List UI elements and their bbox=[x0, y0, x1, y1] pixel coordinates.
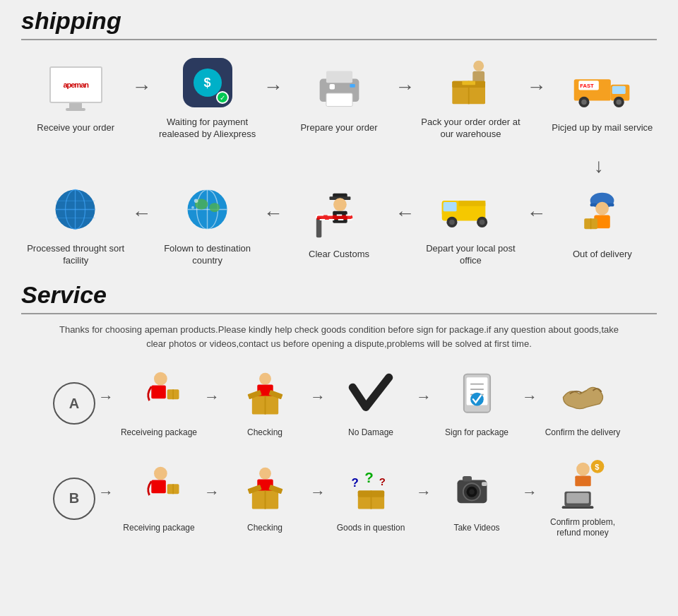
svg-point-33 bbox=[480, 220, 485, 225]
arrow-b1: → bbox=[204, 483, 220, 502]
take-videos-label: Take Videos bbox=[453, 523, 499, 534]
arrow-8: ← bbox=[131, 202, 151, 225]
service-step-take-videos: Take Videos bbox=[434, 464, 519, 534]
svg-rect-39 bbox=[316, 215, 352, 220]
step-follow: Folown to destination country bbox=[153, 181, 261, 267]
checking-b-icon bbox=[237, 464, 293, 517]
pickup-label: Picjed up by mail service bbox=[552, 122, 653, 134]
pack-icon bbox=[439, 54, 502, 111]
take-videos-icon bbox=[448, 464, 505, 517]
svg-text:$: $ bbox=[595, 463, 600, 471]
svg-text:?: ? bbox=[364, 469, 374, 485]
service-section: Service Thanks for choosing apeman produ… bbox=[21, 281, 657, 539]
shipping-row2: Out of delivery ← bbox=[21, 181, 657, 267]
arrow-a1: → bbox=[204, 388, 220, 406]
step-pickup: FAST Picjed up by mail service bbox=[548, 60, 657, 134]
svg-point-55 bbox=[154, 372, 167, 386]
no-damage-icon bbox=[343, 369, 399, 422]
prepare-icon bbox=[307, 60, 371, 117]
svg-rect-10 bbox=[463, 81, 476, 85]
service-step-confirm-problem: $ Confirm problem, refund money bbox=[540, 458, 625, 539]
depart-icon bbox=[439, 181, 502, 237]
confirm-problem-label: Confirm problem, refund money bbox=[540, 517, 625, 539]
svg-point-90 bbox=[469, 490, 474, 494]
processed-label: Processed throught sort facility bbox=[21, 243, 130, 267]
arrow-a3: → bbox=[416, 388, 432, 406]
follow-icon bbox=[176, 181, 239, 237]
follow-label: Folown to destination country bbox=[153, 243, 261, 267]
shipping-section: shipping apeman Receive your order → bbox=[21, 7, 657, 267]
sign-pkg-icon bbox=[448, 369, 505, 422]
checking-a-label: Checking bbox=[247, 427, 282, 439]
svg-point-93 bbox=[576, 463, 590, 476]
down-arrow: ↓ bbox=[594, 155, 604, 177]
arrow-b2: → bbox=[310, 483, 326, 502]
page-container: shipping apeman Receive your order → bbox=[0, 0, 678, 574]
svg-point-36 bbox=[333, 198, 347, 211]
arrow-a0: → bbox=[98, 388, 114, 406]
arrow-1: → bbox=[131, 76, 151, 98]
svg-text:?: ? bbox=[351, 476, 358, 490]
svg-point-48 bbox=[191, 206, 194, 209]
arrow-b4: → bbox=[522, 483, 537, 502]
svg-rect-92 bbox=[482, 482, 487, 486]
step-processed: Processed throught sort facility bbox=[21, 181, 130, 267]
step-payment: $ ✓ Waiting for payment realeased by Ali… bbox=[153, 54, 261, 141]
down-arrow-connector: ↓ bbox=[21, 155, 657, 177]
arrow-a4: → bbox=[522, 388, 537, 406]
service-step-checking-a: Checking bbox=[222, 369, 307, 439]
arrow-a2: → bbox=[310, 388, 326, 406]
service-step-confirm-delivery: Confirm the delivery bbox=[540, 369, 625, 439]
receive-icon: apeman bbox=[44, 60, 107, 117]
arrow-6: ← bbox=[395, 202, 415, 225]
checking-a-icon bbox=[237, 369, 293, 422]
pickup-icon: FAST bbox=[571, 60, 634, 117]
no-damage-label: No Damage bbox=[348, 427, 393, 439]
svg-rect-13 bbox=[612, 86, 626, 94]
shipping-row1: apeman Receive your order → $ ✓ Waiting … bbox=[21, 54, 657, 141]
svg-rect-28 bbox=[444, 202, 457, 211]
arrow-2: → bbox=[263, 76, 283, 98]
svg-rect-3 bbox=[329, 84, 334, 89]
arrow-3: → bbox=[395, 76, 415, 98]
payment-icon: $ ✓ bbox=[176, 54, 239, 111]
svg-point-75 bbox=[259, 468, 271, 480]
confirm-problem-icon: $ bbox=[554, 458, 611, 511]
step-prepare: Prepare your order bbox=[285, 60, 393, 134]
arrow-4: → bbox=[527, 76, 547, 98]
step-out-delivery: Out of delivery bbox=[548, 186, 657, 261]
payment-label: Waiting for payment realeased by Aliexpr… bbox=[153, 117, 261, 141]
svg-point-5 bbox=[474, 61, 484, 71]
arrow-b3: → bbox=[416, 483, 432, 502]
recv-a-label: Receiveing package bbox=[121, 427, 197, 439]
row-b-label: B bbox=[53, 478, 95, 520]
goods-question-icon: ? ? ? bbox=[343, 464, 399, 517]
receive-label: Receive your order bbox=[37, 122, 114, 134]
service-step-recv-a: Receiveing package bbox=[117, 369, 201, 439]
service-row-b: B → Receiving package → bbox=[21, 458, 657, 539]
svg-point-15 bbox=[581, 100, 587, 105]
svg-rect-91 bbox=[463, 476, 472, 481]
shipping-title: shipping bbox=[21, 7, 657, 40]
svg-rect-4 bbox=[350, 84, 355, 88]
processed-icon bbox=[44, 181, 107, 237]
step-pack: Pack your order order at our warehouse bbox=[416, 54, 525, 141]
svg-point-59 bbox=[259, 372, 271, 384]
out-delivery-icon bbox=[571, 186, 634, 243]
svg-point-71 bbox=[154, 467, 167, 480]
step-depart: Depart your local post office bbox=[416, 181, 525, 267]
confirm-delivery-icon bbox=[554, 369, 611, 422]
svg-rect-2 bbox=[326, 93, 352, 107]
step-customs: Clear Customs bbox=[285, 186, 393, 261]
svg-point-17 bbox=[616, 100, 622, 105]
svg-rect-98 bbox=[566, 493, 589, 504]
svg-text:FAST: FAST bbox=[580, 83, 594, 89]
depart-label: Depart your local post office bbox=[416, 243, 525, 267]
svg-rect-29 bbox=[459, 201, 486, 206]
service-step-no-damage: No Damage bbox=[328, 369, 413, 439]
arrow-7: ← bbox=[263, 202, 283, 225]
svg-point-22 bbox=[595, 201, 609, 215]
svg-rect-96 bbox=[575, 476, 590, 487]
svg-rect-56 bbox=[151, 385, 166, 398]
arrow-b0: → bbox=[98, 483, 114, 502]
